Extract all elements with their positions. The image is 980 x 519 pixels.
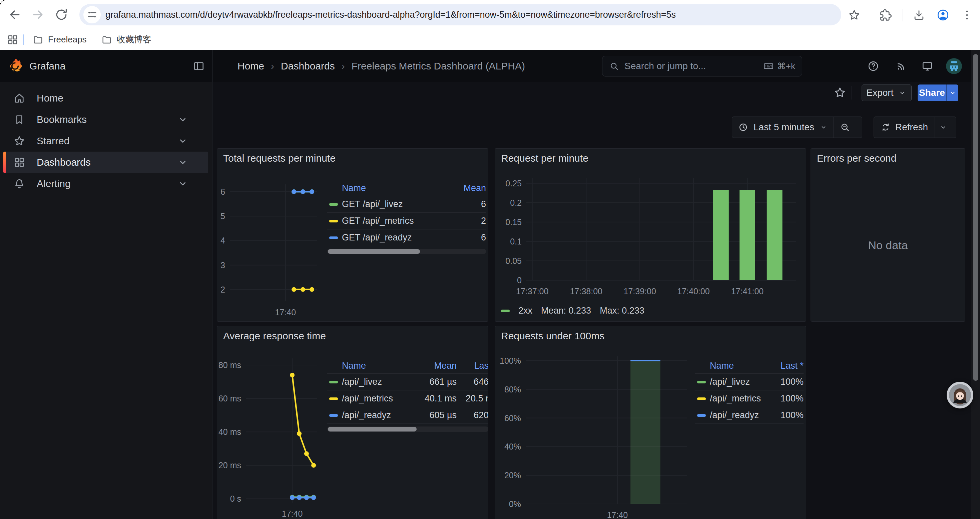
bell-icon <box>13 178 25 190</box>
bookmark-folder[interactable]: Freeleaps <box>27 32 93 48</box>
timeseries-chart[interactable]: 17:4080 ms60 ms40 ms20 ms0 s <box>217 347 320 519</box>
breadcrumb-home[interactable]: Home <box>237 61 264 72</box>
bar-chart[interactable]: 17:37:0017:38:0017:39:0017:40:0017:41:00… <box>497 169 805 302</box>
share-dropdown-button[interactable] <box>946 85 958 101</box>
monitor-icon[interactable] <box>921 60 933 72</box>
legend-row[interactable]: /api/_metrics100% <box>695 390 803 407</box>
forward-icon[interactable] <box>31 7 45 22</box>
brand-title: Grafana <box>29 50 65 82</box>
sidebar-item-bookmarks[interactable]: Bookmarks <box>3 109 208 130</box>
user-avatar[interactable] <box>946 58 962 74</box>
search-box[interactable]: ⌘+k <box>602 56 802 77</box>
profile-icon[interactable] <box>937 9 949 21</box>
help-icon[interactable] <box>867 60 879 72</box>
legend-column-header[interactable]: Las <box>457 361 488 371</box>
legend-scrollbar-thumb[interactable] <box>328 249 420 254</box>
legend-row[interactable]: /api/_metrics40.1 ms20.5 r <box>327 390 488 407</box>
legend-column-header[interactable]: Mean <box>449 183 486 193</box>
panel-title[interactable]: Average response time <box>223 330 326 342</box>
chevron-down-icon[interactable] <box>177 178 189 190</box>
time-range-button[interactable]: Last 5 minutes <box>732 117 834 137</box>
legend-value: 100% <box>764 393 803 404</box>
timeseries-chart[interactable]: 17:4065432 <box>217 170 320 319</box>
page-scrollbar[interactable] <box>970 50 980 519</box>
assistant-avatar[interactable] <box>947 382 973 409</box>
chevron-down-icon[interactable] <box>177 113 189 126</box>
address-bar[interactable]: grafana.mathmast.com/d/deytv4rwavabkb/fr… <box>80 4 841 26</box>
legend-scrollbar[interactable] <box>327 426 488 432</box>
grafana-logo-icon[interactable] <box>7 58 23 73</box>
window-corner <box>0 0 6 6</box>
dashboard-content: Export Share Last 5 minutes Refresh <box>213 82 970 519</box>
svg-text:17:40:00: 17:40:00 <box>677 287 710 296</box>
chevron-down-icon <box>819 123 827 131</box>
svg-text:2: 2 <box>221 285 225 294</box>
legend-row[interactable]: /api/_readyz100% <box>695 407 803 424</box>
export-button[interactable]: Export <box>862 85 912 101</box>
svg-text:17:41:00: 17:41:00 <box>731 287 764 296</box>
rss-icon[interactable] <box>895 60 907 72</box>
legend-row[interactable]: /api/_readyz605 µs620 <box>327 407 488 424</box>
panel-title[interactable]: Request per minute <box>501 153 589 164</box>
panel-title[interactable]: Errors per second <box>817 153 896 164</box>
back-icon[interactable] <box>7 7 22 22</box>
legend-series-name: /api/_readyz <box>710 410 764 420</box>
legend-value: 20.5 r <box>457 393 488 404</box>
dock-menu-icon[interactable] <box>193 60 205 72</box>
legend-column-header[interactable]: Name <box>342 183 449 193</box>
browser-toolbar: grafana.mathmast.com/d/deytv4rwavabkb/fr… <box>0 0 980 29</box>
legend-column-header[interactable]: Name <box>342 361 411 371</box>
refresh-interval-button[interactable] <box>935 117 951 137</box>
svg-text:3: 3 <box>221 260 225 270</box>
chevron-down-icon <box>948 88 957 97</box>
download-icon[interactable] <box>913 9 925 21</box>
legend-column-header[interactable]: Last * <box>764 361 803 371</box>
legend-row[interactable]: GET /api/_livez6 <box>327 196 486 213</box>
legend-row[interactable]: GET /api/_metrics2 <box>327 213 486 230</box>
sidebar-item-starred[interactable]: Starred <box>3 130 208 152</box>
legend-column-header[interactable]: Mean <box>411 361 457 371</box>
breadcrumb-dashboards[interactable]: Dashboards <box>281 61 335 72</box>
sidebar-item-home[interactable]: Home <box>3 88 208 109</box>
refresh-button[interactable]: Refresh <box>874 117 935 137</box>
share-button[interactable]: Share <box>918 85 946 101</box>
legend-series-name: /api/_metrics <box>342 393 411 404</box>
legend-value: 620 <box>457 410 488 420</box>
bar-chart[interactable]: 17:40100%80%60%40%20%0% <box>496 345 693 519</box>
reload-icon[interactable] <box>54 7 69 22</box>
chevron-down-icon <box>939 123 948 132</box>
keyboard-icon <box>763 61 774 72</box>
legend-value: 6 <box>449 232 486 243</box>
legend-row[interactable]: GET /api/_readyz6 <box>327 230 486 246</box>
extensions-icon[interactable] <box>879 9 892 21</box>
svg-text:20 ms: 20 ms <box>218 461 241 470</box>
legend-inline[interactable]: 2xx Mean: 0.233 Max: 0.233 <box>501 306 644 316</box>
folder-icon <box>33 34 43 45</box>
apps-grid-icon[interactable] <box>7 34 19 46</box>
legend-row[interactable]: /api/_livez661 µs646 <box>327 374 488 390</box>
chevron-down-icon[interactable] <box>177 156 189 168</box>
time-range-label: Last 5 minutes <box>754 122 814 133</box>
menu-dots-icon[interactable] <box>961 9 973 21</box>
site-settings-icon[interactable] <box>83 6 101 23</box>
zoom-out-button[interactable] <box>834 117 856 137</box>
legend-scrollbar[interactable] <box>327 249 486 254</box>
svg-text:0 s: 0 s <box>230 494 241 503</box>
url-text[interactable]: grafana.mathmast.com/d/deytv4rwavabkb/fr… <box>105 10 676 20</box>
panel-title[interactable]: Total requests per minute <box>223 153 336 164</box>
favorite-star-icon[interactable] <box>834 86 846 99</box>
chevron-down-icon[interactable] <box>177 135 189 147</box>
scrollbar-thumb[interactable] <box>973 54 978 381</box>
legend-column-header[interactable]: Name <box>710 361 764 371</box>
legend-scrollbar-thumb[interactable] <box>328 427 417 431</box>
bookmark-star-icon[interactable] <box>848 9 861 21</box>
refresh-label: Refresh <box>895 122 928 133</box>
legend-row[interactable]: /api/_livez100% <box>695 374 803 390</box>
series-dash <box>329 381 338 383</box>
sidebar-item-dashboards[interactable]: Dashboards <box>3 152 208 173</box>
toolbar-divider <box>903 9 903 21</box>
bookmark-folder[interactable]: 收藏博客 <box>95 32 158 48</box>
panel-title[interactable]: Requests under 100ms <box>501 330 605 342</box>
search-input[interactable] <box>624 61 758 72</box>
sidebar-item-alerting[interactable]: Alerting <box>3 173 208 194</box>
